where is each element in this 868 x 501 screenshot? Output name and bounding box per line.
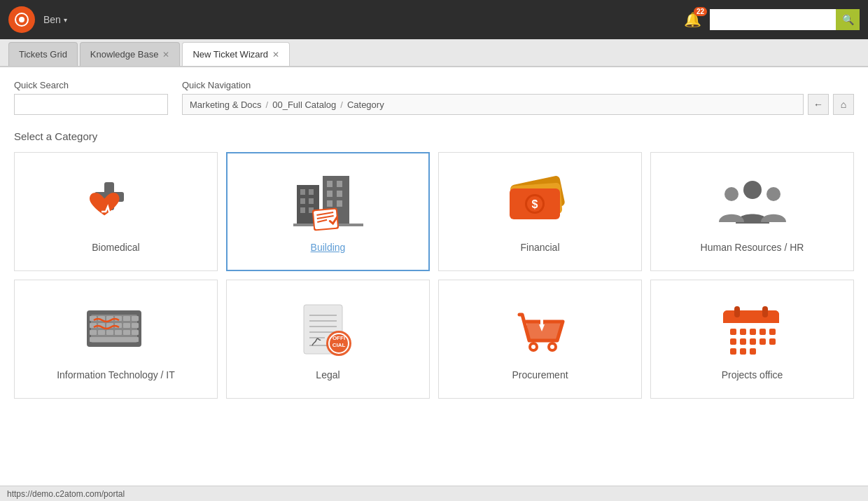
projects-office-label: Projects office — [722, 369, 783, 380]
nav-home-button[interactable]: ⌂ — [833, 94, 854, 115]
category-card-human-resources[interactable]: Human Resources / HR — [650, 152, 854, 271]
quick-nav-group: Quick Navigation Marketing & Docs / 00_F… — [182, 80, 854, 115]
svg-point-1 — [19, 17, 24, 22]
tabs-bar: Tickets Grid Knowledge Base ✕ New Ticket… — [0, 39, 868, 67]
top-controls: Quick Search Quick Navigation Marketing … — [14, 80, 854, 115]
svg-rect-66 — [540, 317, 543, 326]
quick-nav-path: Marketing & Docs / 00_Full Catalog / Cat… — [182, 94, 804, 115]
main-content: Quick Search Quick Navigation Marketing … — [0, 67, 868, 501]
quick-search-input[interactable] — [14, 94, 168, 115]
legal-label: Legal — [316, 369, 340, 380]
section-title: Select a Category — [14, 130, 854, 142]
svg-rect-9 — [300, 207, 305, 213]
svg-rect-6 — [309, 189, 314, 195]
notifications-bell[interactable]: 🔔 22 — [684, 11, 701, 28]
svg-rect-79 — [740, 329, 746, 335]
category-card-legal[interactable]: OFFI CIAL Legal — [226, 280, 430, 399]
svg-point-70 — [550, 345, 554, 349]
svg-rect-83 — [730, 338, 736, 345]
svg-rect-50 — [115, 330, 122, 335]
tab-knowledge-base[interactable]: Knowledge Base ✕ — [80, 42, 181, 66]
human-resources-label: Human Resources / HR — [701, 242, 804, 253]
notification-badge: 22 — [694, 7, 707, 16]
biomedical-icon — [81, 172, 151, 235]
svg-rect-86 — [760, 338, 766, 345]
category-card-procurement[interactable]: Procurement — [438, 280, 642, 399]
svg-rect-80 — [750, 329, 756, 335]
projects-office-icon — [718, 299, 788, 362]
svg-rect-5 — [300, 189, 305, 195]
category-card-building[interactable]: Building — [226, 152, 430, 271]
svg-rect-47 — [90, 330, 97, 335]
svg-text:OFFI: OFFI — [332, 335, 344, 341]
svg-rect-16 — [327, 200, 332, 207]
building-label: Building — [311, 242, 346, 253]
svg-rect-15 — [337, 191, 342, 197]
svg-rect-77 — [762, 306, 768, 317]
svg-rect-76 — [734, 306, 740, 317]
quick-nav-row: Marketing & Docs / 00_Full Catalog / Cat… — [182, 94, 854, 115]
category-card-projects-office[interactable]: Projects office — [650, 280, 854, 399]
svg-rect-90 — [750, 348, 756, 355]
navbar-search: 🔍 — [710, 9, 860, 30]
tab-tickets-grid[interactable]: Tickets Grid — [8, 42, 78, 66]
svg-rect-52 — [132, 330, 139, 335]
svg-point-31 — [724, 187, 738, 201]
svg-text:CIAL: CIAL — [332, 342, 345, 348]
svg-rect-8 — [309, 198, 314, 204]
tab-knowledge-base-label: Knowledge Base — [90, 49, 159, 60]
quick-nav-label: Quick Navigation — [182, 80, 854, 90]
building-icon — [293, 172, 363, 235]
tab-new-ticket-wizard-label: New Ticket Wizard — [192, 49, 268, 60]
category-card-information-technology[interactable]: Information Technology / IT — [14, 280, 218, 399]
quick-search-label: Quick Search — [14, 80, 168, 90]
navbar-search-button[interactable]: 🔍 — [836, 9, 860, 30]
nav-back-button[interactable]: ← — [808, 94, 829, 115]
svg-rect-51 — [123, 330, 130, 335]
svg-rect-7 — [300, 198, 305, 204]
svg-rect-45 — [123, 323, 130, 328]
svg-rect-81 — [760, 329, 766, 335]
nav-sep-1: / — [340, 99, 343, 110]
tab-new-ticket-wizard-close[interactable]: ✕ — [272, 50, 279, 59]
information-technology-label: Information Technology / IT — [57, 369, 175, 380]
svg-rect-48 — [98, 330, 105, 335]
biomedical-label: Biomedical — [92, 242, 139, 253]
category-card-biomedical[interactable]: Biomedical — [14, 152, 218, 271]
nav-part-0: Marketing & Docs — [190, 99, 262, 110]
svg-rect-40 — [132, 316, 139, 321]
svg-text:$: $ — [531, 198, 538, 210]
svg-point-32 — [766, 187, 780, 201]
svg-rect-53 — [90, 337, 139, 342]
svg-rect-46 — [132, 323, 139, 328]
navbar-search-input[interactable] — [710, 9, 836, 30]
nav-part-1: 00_Full Catalog — [272, 99, 336, 110]
svg-point-68 — [531, 345, 536, 349]
svg-rect-13 — [337, 181, 342, 187]
status-url: https://demo.c2atom.com/portal — [7, 489, 125, 499]
financial-icon: $ — [505, 172, 575, 235]
svg-rect-17 — [337, 200, 342, 207]
app-logo[interactable] — [8, 6, 35, 33]
svg-rect-88 — [730, 348, 736, 355]
svg-rect-78 — [730, 329, 736, 335]
tab-tickets-grid-label: Tickets Grid — [19, 49, 67, 60]
nav-sep-0: / — [266, 99, 269, 110]
financial-label: Financial — [520, 242, 559, 253]
tab-knowledge-base-close[interactable]: ✕ — [162, 50, 169, 59]
quick-search-group: Quick Search — [14, 80, 168, 115]
user-menu[interactable]: Ben — [43, 14, 67, 25]
category-card-financial[interactable]: $ Financial — [438, 152, 642, 271]
procurement-icon — [505, 299, 575, 362]
information-technology-icon — [81, 299, 151, 362]
category-grid: Biomedical — [14, 152, 854, 399]
svg-rect-14 — [327, 191, 332, 197]
svg-rect-82 — [769, 329, 776, 335]
svg-rect-85 — [750, 338, 756, 345]
status-bar: https://demo.c2atom.com/portal — [0, 486, 868, 501]
svg-rect-12 — [327, 181, 332, 187]
human-resources-icon — [718, 172, 788, 235]
svg-rect-84 — [740, 338, 746, 345]
navbar: Ben 🔔 22 🔍 — [0, 0, 868, 39]
tab-new-ticket-wizard[interactable]: New Ticket Wizard ✕ — [182, 42, 290, 66]
